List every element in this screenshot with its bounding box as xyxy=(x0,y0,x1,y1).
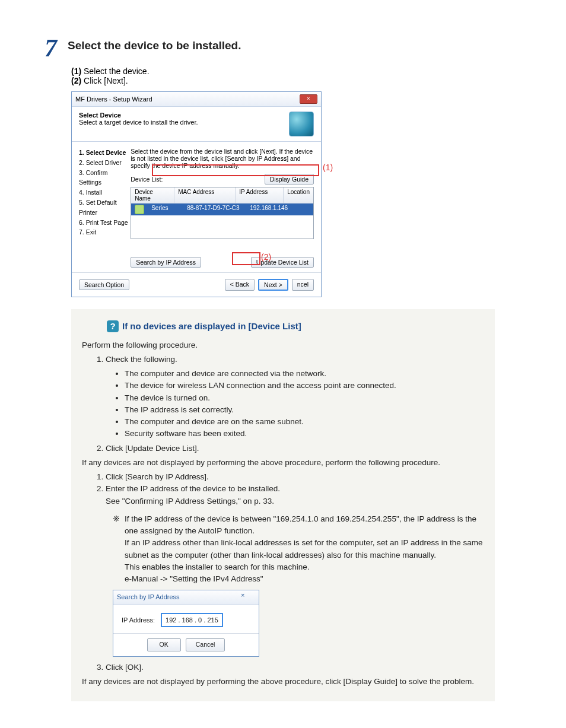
next-button[interactable]: Next > xyxy=(258,279,288,291)
cancel-button[interactable]: Cancel xyxy=(186,638,225,651)
search-option-button[interactable]: Search Option xyxy=(79,279,129,290)
asterisk-text-1: If the IP address of the device is betwe… xyxy=(125,513,484,538)
step-number: 7 xyxy=(36,36,57,61)
bullet: Security software has been exited. xyxy=(125,428,484,440)
wizard-title: MF Drivers - Setup Wizard xyxy=(75,96,152,103)
device-list[interactable]: Device Name MAC Address IP Address Locat… xyxy=(131,187,314,239)
update-device-list-button[interactable]: Update Device List xyxy=(251,257,314,268)
bullet: The device for wireless LAN connection a… xyxy=(125,380,484,392)
wizard-desc: Select the device from the device list a… xyxy=(131,148,314,169)
note-ol2-1: Click [Search by IP Address]. xyxy=(106,471,484,483)
search-by-ip-button[interactable]: Search by IP Address xyxy=(131,257,201,268)
callout-1: (1) xyxy=(323,163,333,172)
wizard-header-title: Select Device xyxy=(79,112,198,119)
note-li-2: Click [Update Device List]. xyxy=(106,443,484,454)
wizard-logo-icon xyxy=(289,112,314,136)
note-box: ? If no devices are displayed in [Device… xyxy=(71,309,495,701)
note-intro: Perform the following procedure. xyxy=(82,339,484,351)
wizard-dialog: MF Drivers - Setup Wizard × Select Devic… xyxy=(71,91,322,297)
callout-2: (2) xyxy=(261,252,271,262)
back-button[interactable]: < Back xyxy=(225,279,255,291)
asterisk-text-2: If an IP address other than link-local a… xyxy=(125,537,484,561)
asterisk-text-4: e-Manual -> "Setting the IPv4 Address" xyxy=(125,573,484,585)
substep-1: (1) Select the device. xyxy=(71,66,530,76)
wizard-header-sub: Select a target device to install the dr… xyxy=(79,119,198,126)
note-title: If no devices are displayed in [Device L… xyxy=(122,320,301,333)
bullet: The IP address is set correctly. xyxy=(125,404,484,416)
ip-dialog: Search by IP Address × IP Address: 192 .… xyxy=(113,590,259,657)
display-guide-button[interactable]: Display Guide xyxy=(265,174,314,185)
note-ol2-3: Click [OK]. xyxy=(106,662,484,673)
substep-2: (2) Click [Next]. xyxy=(71,76,530,85)
help-icon: ? xyxy=(107,320,119,332)
bullet: The computer and device are connected vi… xyxy=(125,368,484,380)
ip-address-input[interactable]: 192 . 168 . 0 . 215 xyxy=(161,613,223,628)
bullet: The computer and device are on the same … xyxy=(125,416,484,428)
bullet: The device is turned on. xyxy=(125,392,484,404)
wizard-steps-list: 1. Select Device 2. Select Driver 3. Con… xyxy=(79,148,131,268)
device-row[interactable]: Series 88-87-17-D9-7C-C3 192.168.1.146 xyxy=(131,204,313,215)
note-p2: If any devices are not displayed by perf… xyxy=(82,457,484,469)
close-icon[interactable]: × xyxy=(300,94,317,104)
asterisk-icon: ※ xyxy=(113,513,120,586)
device-list-label: Device List: xyxy=(131,176,163,183)
note-ol2-2: Enter the IP address of the device to be… xyxy=(106,483,484,507)
device-icon xyxy=(135,205,144,214)
note-p3: If any devices are not displayed by perf… xyxy=(82,676,484,688)
step-title: Select the device to be installed. xyxy=(68,39,241,52)
asterisk-text-3: This enables the installer to search for… xyxy=(125,561,484,573)
note-li-1: Check the following. xyxy=(106,354,484,365)
ip-dialog-title: Search by IP Address xyxy=(117,592,180,602)
ip-label: IP Address: xyxy=(122,615,155,625)
ok-button[interactable]: OK xyxy=(147,638,181,651)
close-icon[interactable]: × xyxy=(241,592,255,599)
cancel-button[interactable]: ncel xyxy=(292,279,314,291)
